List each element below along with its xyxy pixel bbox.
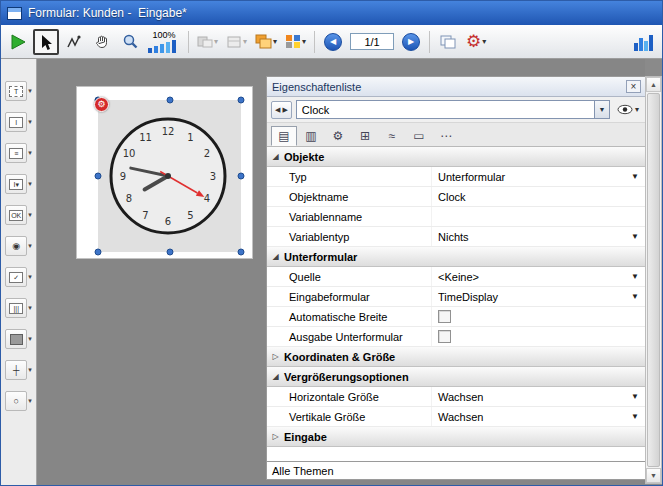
zoom-tool-button[interactable] bbox=[117, 29, 143, 55]
section-objekte[interactable]: ◢Objekte bbox=[267, 147, 646, 167]
titlebar[interactable]: Formular: Kunden - Eingabe* bbox=[1, 1, 662, 25]
dropdown-arrow-icon[interactable]: ▼ bbox=[631, 172, 639, 181]
property-value-typ[interactable]: Unterformular▼ bbox=[432, 167, 646, 186]
button-group-tool-dropdown[interactable]: ▾ bbox=[28, 304, 32, 312]
checkbox[interactable] bbox=[438, 310, 451, 323]
dropdown-arrow-icon[interactable]: ▼ bbox=[631, 232, 639, 241]
freehand-icon bbox=[66, 34, 82, 50]
separator-tool-dropdown[interactable]: ▾ bbox=[28, 366, 32, 374]
toolbox-row: ◉▾ bbox=[1, 236, 36, 256]
property-value-horizontale-größe[interactable]: Wachsen▼ bbox=[432, 387, 646, 406]
property-value-automatische-breite[interactable] bbox=[432, 307, 646, 326]
freehand-tool-button[interactable] bbox=[61, 29, 87, 55]
form-sheet[interactable]: ⚙ 121234567891011 bbox=[76, 86, 253, 259]
chevron-down-icon[interactable]: ▼ bbox=[594, 101, 609, 118]
display-tab[interactable]: ▥ bbox=[298, 126, 324, 146]
selection-handle[interactable] bbox=[166, 97, 173, 104]
curve-tab[interactable]: ≈ bbox=[379, 126, 405, 146]
clock-widget[interactable]: ⚙ 121234567891011 bbox=[98, 100, 241, 252]
selection-handle[interactable] bbox=[166, 249, 173, 256]
section-unterformular[interactable]: ◢Unterformular bbox=[267, 247, 646, 267]
next-page-button[interactable]: ▶ bbox=[398, 29, 424, 55]
toolbar-separator bbox=[188, 31, 189, 53]
text-field-tool-button[interactable]: I bbox=[5, 112, 27, 132]
section-eingabe[interactable]: ▷Eingabe bbox=[267, 427, 646, 447]
dropdown-arrow-icon[interactable]: ▼ bbox=[631, 392, 639, 401]
zoom-level-widget[interactable]: 100% bbox=[147, 27, 181, 57]
settings-tab[interactable]: ⚙ bbox=[325, 126, 351, 146]
selection-handle[interactable] bbox=[238, 97, 245, 104]
checkbox[interactable] bbox=[438, 330, 451, 343]
dropdown-arrow-icon[interactable]: ▼ bbox=[631, 292, 639, 301]
properties-tab[interactable]: ▤ bbox=[271, 126, 297, 146]
select-tool-button[interactable] bbox=[33, 29, 59, 55]
combo-box-tool-dropdown[interactable]: ▾ bbox=[28, 180, 32, 188]
label-tool-dropdown[interactable]: ▾ bbox=[28, 87, 32, 95]
section-vergrößerungsoptionen[interactable]: ◢Vergrößerungsoptionen bbox=[267, 367, 646, 387]
grid-color-split-button[interactable]: ▾ bbox=[282, 29, 309, 55]
scroll-up-icon[interactable]: ▲ bbox=[646, 77, 661, 92]
button-group-tool-button[interactable]: ||| bbox=[5, 298, 27, 318]
check-box-tool-button[interactable]: ✓ bbox=[5, 267, 27, 287]
panel-tool-button[interactable] bbox=[5, 329, 27, 349]
property-row-typ: TypUnterformular▼ bbox=[267, 167, 646, 187]
selection-handle[interactable] bbox=[95, 249, 102, 256]
property-value-ausgabe-unterformular[interactable] bbox=[432, 327, 646, 346]
section-koordinaten-größe[interactable]: ▷Koordinaten & Größe bbox=[267, 347, 646, 367]
prev-page-button[interactable]: ◀ bbox=[320, 29, 346, 55]
scrollbar-thumb[interactable] bbox=[647, 93, 660, 467]
vertical-scrollbar[interactable]: ▲ ▼ bbox=[645, 76, 662, 484]
dropdown-arrow-icon[interactable]: ▼ bbox=[631, 412, 639, 421]
radio-button-tool-dropdown[interactable]: ▾ bbox=[28, 242, 32, 250]
themes-footer[interactable]: Alle Themen bbox=[267, 461, 646, 479]
settings-split-button[interactable]: ⚙ ▾ bbox=[463, 29, 489, 55]
ok-button-tool-dropdown[interactable]: ▾ bbox=[28, 211, 32, 219]
cascade-split-button[interactable]: ▾ bbox=[252, 29, 280, 55]
scroll-down-icon[interactable]: ▼ bbox=[646, 468, 661, 483]
themes-footer-label: Alle Themen bbox=[272, 465, 334, 477]
list-box-tool-dropdown[interactable]: ▾ bbox=[28, 149, 32, 157]
align-split-button[interactable]: ▾ bbox=[194, 29, 221, 55]
page-indicator[interactable]: 1/1 bbox=[350, 33, 394, 50]
ellipse-tool-button[interactable]: ○ bbox=[5, 391, 27, 411]
property-row-variablentyp: VariablentypNichts▼ bbox=[267, 227, 646, 247]
layout-tab[interactable]: ⊞ bbox=[352, 126, 378, 146]
ok-button-tool-button[interactable]: OK bbox=[5, 205, 27, 225]
selection-handle[interactable] bbox=[95, 173, 102, 180]
selection-handle[interactable] bbox=[238, 173, 245, 180]
radio-button-tool-button[interactable]: ◉ bbox=[5, 236, 27, 256]
dropdown-arrow-icon[interactable]: ▼ bbox=[631, 272, 639, 281]
combo-box-tool-button[interactable]: I▾ bbox=[5, 174, 27, 194]
more-tab[interactable]: ⋯ bbox=[433, 126, 459, 146]
layout-split-button[interactable]: ▾ bbox=[223, 29, 250, 55]
ellipse-tool-dropdown[interactable]: ▾ bbox=[28, 397, 32, 405]
object-combobox[interactable]: Clock ▼ bbox=[296, 100, 610, 119]
text-field-tool-dropdown[interactable]: ▾ bbox=[28, 118, 32, 126]
collapse-icon: ◢ bbox=[267, 372, 284, 381]
property-value-variablenname[interactable] bbox=[432, 207, 646, 226]
run-form-button[interactable] bbox=[5, 29, 31, 55]
collapse-icon: ◢ bbox=[267, 152, 284, 161]
property-value-quelle[interactable]: <Keine>▼ bbox=[432, 267, 646, 286]
next-object-icon[interactable]: ▶ bbox=[282, 106, 287, 114]
chart-button[interactable] bbox=[630, 29, 658, 55]
object-prev-next-buttons[interactable]: ◀ ▶ bbox=[271, 101, 292, 119]
label-tool-button[interactable]: T bbox=[5, 81, 27, 101]
property-value-eingabeformular[interactable]: TimeDisplay▼ bbox=[432, 287, 646, 306]
close-icon[interactable]: × bbox=[626, 80, 641, 93]
prev-object-icon[interactable]: ◀ bbox=[275, 106, 280, 114]
screen-tab[interactable]: ▭ bbox=[406, 126, 432, 146]
property-value-objektname[interactable]: Clock bbox=[432, 187, 646, 206]
toolbox-row: |||▾ bbox=[1, 298, 36, 318]
pan-tool-button[interactable] bbox=[89, 29, 115, 55]
selection-handle[interactable] bbox=[238, 249, 245, 256]
properties-header[interactable]: Eigenschaftenliste × bbox=[267, 77, 646, 97]
list-box-tool-button[interactable]: ≡ bbox=[5, 143, 27, 163]
property-value-vertikale-größe[interactable]: Wachsen▼ bbox=[432, 407, 646, 426]
property-value-variablentyp[interactable]: Nichts▼ bbox=[432, 227, 646, 246]
separator-tool-button[interactable]: ┼ bbox=[5, 360, 27, 380]
panel-tool-dropdown[interactable]: ▾ bbox=[28, 335, 32, 343]
visibility-button[interactable]: ▾ bbox=[614, 100, 642, 120]
windows-button[interactable] bbox=[435, 29, 461, 55]
check-box-tool-dropdown[interactable]: ▾ bbox=[28, 273, 32, 281]
